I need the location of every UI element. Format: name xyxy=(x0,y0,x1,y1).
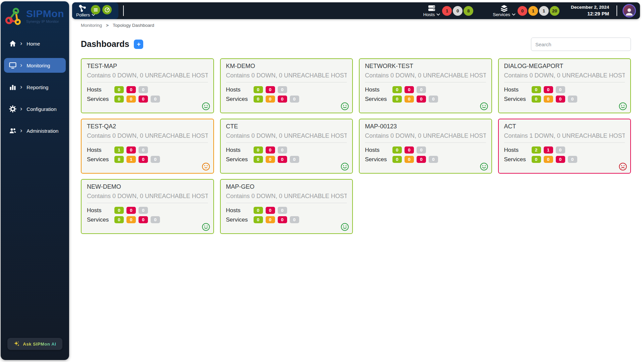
host-ok-count-badge: 0 xyxy=(114,86,124,93)
app-subtitle: Synergy IP Monitor xyxy=(26,19,64,23)
sidebar-item-label: Home xyxy=(26,41,40,47)
card-title: DIALOG-MEGAPORT xyxy=(504,63,625,70)
card-hosts-badges: 100 xyxy=(114,146,148,154)
card-title: CTE xyxy=(226,123,347,130)
service-critical-count-badge: 0 xyxy=(556,156,565,163)
poller-latency-status-icon[interactable] xyxy=(102,5,112,14)
list-icon xyxy=(93,7,99,13)
dashboard-card-test-qa2[interactable]: TEST-QA2 Contains 0 DOWN, 0 UNREACHABLE … xyxy=(81,119,214,174)
service-ok-count-badge: 0 xyxy=(532,96,541,103)
sidebar-item-label: Monitoring xyxy=(26,63,50,68)
host-ok-count-badge: 1 xyxy=(114,146,124,154)
service-unknown-count-badge: 0 xyxy=(151,96,160,103)
card-services-label: Services xyxy=(87,96,114,103)
ask-sipmon-ai-button[interactable]: Ask SIPMon AI xyxy=(7,338,62,350)
dashboard-card-test-map[interactable]: TEST-MAP Contains 0 DOWN, 0 UNREACHABLE … xyxy=(81,58,214,113)
card-title: NEW-DEMO xyxy=(87,183,208,190)
card-hosts-badges: 000 xyxy=(532,86,565,93)
host-unknown-count-badge: 0 xyxy=(417,146,426,154)
sidebar-item-home[interactable]: ›Home xyxy=(4,36,66,51)
service-warning-count-badge: 0 xyxy=(266,216,275,223)
service-critical-count-badge: 0 xyxy=(278,156,287,163)
service-critical-count-badge: 0 xyxy=(556,96,565,103)
dashboard-card-map-geo[interactable]: MAP-GEO Contains 0 DOWN, 0 UNREACHABLE H… xyxy=(220,179,353,234)
service-ok-count-badge: 0 xyxy=(254,96,263,103)
dashboard-card-map-00123[interactable]: MAP-00123 Contains 0 DOWN, 0 UNREACHABLE… xyxy=(359,119,492,174)
chevron-right-icon: › xyxy=(20,127,22,134)
card-hosts-label: Hosts xyxy=(226,147,254,154)
host-ok-count-badge: 0 xyxy=(392,86,402,93)
service-unknown-count-badge: 0 xyxy=(429,96,438,103)
host-down-count-badge: 0 xyxy=(266,207,275,214)
card-hosts-label: Hosts xyxy=(226,86,254,93)
host-down-count-badge: 0 xyxy=(405,146,414,154)
host-ok-count-badge: 0 xyxy=(254,207,263,214)
sidebar-item-monitoring[interactable]: ›Monitoring xyxy=(4,58,66,73)
card-hosts-badges: 000 xyxy=(114,86,148,93)
card-divider xyxy=(87,203,208,203)
person-icon xyxy=(624,6,634,16)
card-divider xyxy=(226,82,347,82)
card-subtitle: Contains 0 DOWN, 0 UNREACHABLE HOSTS xyxy=(365,72,486,79)
services-status-badges: 01120 xyxy=(518,6,559,16)
card-services-label: Services xyxy=(226,156,254,163)
card-services-badges: 0000 xyxy=(392,156,438,163)
sidebar-item-reporting[interactable]: ›Reporting xyxy=(4,80,66,95)
sidebar: SIPMon Synergy IP Monitor ›Home›Monitori… xyxy=(1,1,69,360)
dashboard-card-dialog-megaport[interactable]: DIALOG-MEGAPORT Contains 0 DOWN, 0 UNREA… xyxy=(498,58,631,113)
dashboard-card-act[interactable]: ACT Contains 1 DOWN, 0 UNREACHABLE HOSTS… xyxy=(498,119,631,174)
card-hosts-badges: 000 xyxy=(254,146,287,154)
service-warning-count-badge: 0 xyxy=(405,156,414,163)
sidebar-item-label: Reporting xyxy=(26,84,48,90)
card-subtitle: Contains 0 DOWN, 0 UNREACHABLE HOSTS xyxy=(226,193,347,200)
happy-face-icon xyxy=(202,102,210,111)
card-subtitle: Contains 0 DOWN, 0 UNREACHABLE HOSTS xyxy=(226,72,347,79)
host-unknown-count-badge: 0 xyxy=(139,86,148,93)
breadcrumb-topology-dashboard[interactable]: Topology Dashboard xyxy=(113,23,154,28)
service-ok-count-badge: 0 xyxy=(254,156,263,163)
card-services-label: Services xyxy=(504,156,532,163)
card-hosts-label: Hosts xyxy=(504,86,532,93)
hosts-menu[interactable]: Hosts 108 xyxy=(423,5,474,17)
topbar-divider xyxy=(616,5,617,16)
host-ok-count-badge: 2 xyxy=(532,146,541,154)
user-avatar[interactable] xyxy=(623,4,636,17)
card-divider xyxy=(504,142,625,143)
host-down-count-badge: 0 xyxy=(126,146,136,154)
service-unknown-count-badge: 0 xyxy=(290,216,299,223)
card-divider xyxy=(226,142,347,143)
breadcrumb-monitoring[interactable]: Monitoring xyxy=(81,23,102,28)
dashboard-card-new-demo[interactable]: NEW-DEMO Contains 0 DOWN, 0 UNREACHABLE … xyxy=(81,179,214,234)
service-ok-count-badge: 8 xyxy=(114,156,124,163)
host-ok-count-badge: 0 xyxy=(254,86,263,93)
services-ok-badge: 20 xyxy=(550,6,559,16)
sidebar-item-label: Administration xyxy=(26,128,58,134)
service-unknown-count-badge: 0 xyxy=(151,156,160,163)
gear-icon xyxy=(9,105,17,113)
dashboard-card-km-demo[interactable]: KM-DEMO Contains 0 DOWN, 0 UNREACHABLE H… xyxy=(220,58,353,113)
card-subtitle: Contains 0 DOWN, 0 UNREACHABLE HOSTS xyxy=(365,132,486,139)
card-services-badges: 8100 xyxy=(114,156,160,163)
card-divider xyxy=(226,203,347,203)
pollers-menu[interactable]: Pollers xyxy=(72,2,118,19)
search-input[interactable] xyxy=(531,38,631,51)
services-menu[interactable]: Services 01120 xyxy=(493,5,559,17)
topbar-divider xyxy=(123,5,124,16)
card-title: TEST-QA2 xyxy=(87,123,208,130)
card-title: NETWORK-TEST xyxy=(365,63,486,70)
add-dashboard-button[interactable]: + xyxy=(134,40,143,49)
page-title: Dashboards xyxy=(81,39,129,49)
pollers-label: Pollers xyxy=(76,12,90,17)
card-hosts-label: Hosts xyxy=(87,147,114,154)
monitor-icon xyxy=(9,61,17,69)
card-hosts-badges: 000 xyxy=(114,207,148,214)
poller-list-status-icon[interactable] xyxy=(91,5,100,14)
dashboard-card-cte[interactable]: CTE Contains 0 DOWN, 0 UNREACHABLE HOSTS… xyxy=(220,119,353,174)
layers-icon xyxy=(500,5,508,12)
dashboard-card-network-test[interactable]: NETWORK-TEST Contains 0 DOWN, 0 UNREACHA… xyxy=(359,58,492,113)
host-unknown-count-badge: 0 xyxy=(278,86,287,93)
ask-sipmon-ai-label: Ask SIPMon AI xyxy=(23,342,56,347)
sidebar-item-administration[interactable]: ›Administration xyxy=(4,123,66,138)
host-ok-count-badge: 0 xyxy=(254,146,263,154)
sidebar-item-configuration[interactable]: ›Configuration xyxy=(4,102,66,116)
